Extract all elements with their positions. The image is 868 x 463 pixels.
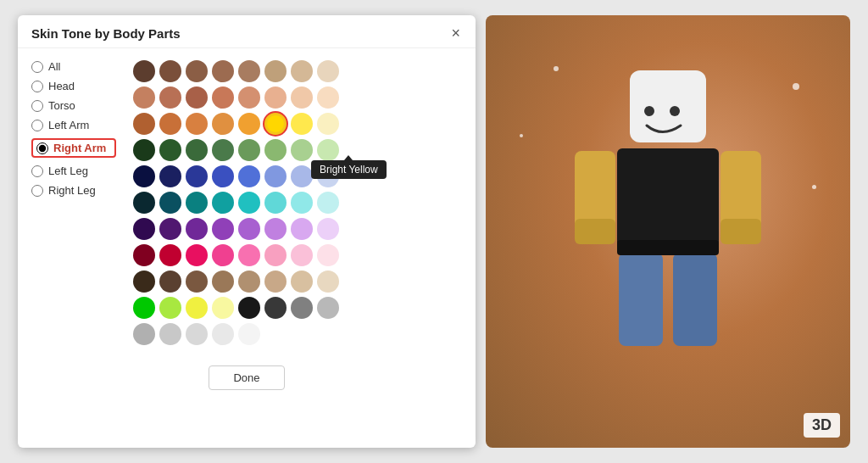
color-dot-4-7[interactable] <box>317 165 339 187</box>
color-dot-5-1[interactable] <box>159 192 181 214</box>
color-dot-9-5[interactable] <box>264 297 287 319</box>
color-dot-0-6[interactable] <box>291 60 313 82</box>
color-dot-1-7[interactable] <box>317 86 339 109</box>
color-dot-10-5[interactable] <box>264 323 287 345</box>
color-dot-10-2[interactable] <box>186 323 208 345</box>
color-dot-9-3[interactable] <box>212 297 234 319</box>
color-dot-3-6[interactable] <box>291 139 313 161</box>
color-dot-4-6[interactable] <box>291 165 313 187</box>
color-dot-2-0[interactable] <box>133 113 155 135</box>
radio-item-head[interactable]: Head <box>31 80 116 92</box>
color-dot-1-5[interactable] <box>264 86 287 109</box>
color-dot-6-6[interactable] <box>291 218 313 240</box>
color-dot-2-5[interactable] <box>264 113 287 135</box>
color-dot-8-6[interactable] <box>291 271 313 293</box>
color-dot-1-4[interactable] <box>238 86 260 109</box>
color-dot-7-7[interactable] <box>317 244 339 266</box>
color-dot-7-2[interactable] <box>186 244 208 266</box>
color-dot-1-2[interactable] <box>186 86 208 109</box>
color-dot-8-2[interactable] <box>186 271 208 293</box>
color-dot-8-5[interactable] <box>264 271 287 293</box>
color-dot-9-1[interactable] <box>159 297 181 319</box>
color-dot-3-4[interactable] <box>238 139 260 161</box>
radio-head[interactable] <box>31 81 43 92</box>
color-dot-6-2[interactable] <box>186 218 208 240</box>
radio-item-right_arm[interactable]: Right Arm <box>31 138 116 158</box>
color-dot-9-6[interactable] <box>291 297 313 319</box>
color-dot-6-7[interactable] <box>317 218 339 240</box>
color-dot-5-6[interactable] <box>291 192 313 214</box>
done-button[interactable]: Done <box>209 365 284 390</box>
color-dot-5-4[interactable] <box>238 192 260 214</box>
radio-left_arm[interactable] <box>31 120 43 131</box>
color-dot-4-4[interactable] <box>238 165 260 187</box>
color-dot-0-7[interactable] <box>317 60 339 82</box>
color-dot-6-5[interactable] <box>264 218 287 240</box>
color-dot-7-3[interactable] <box>212 244 234 266</box>
color-dot-4-5[interactable] <box>264 165 287 187</box>
color-dot-8-1[interactable] <box>159 271 181 293</box>
color-dot-8-0[interactable] <box>133 271 155 293</box>
color-dot-3-5[interactable] <box>264 139 287 161</box>
color-dot-7-6[interactable] <box>291 244 313 266</box>
color-dot-0-2[interactable] <box>186 60 208 82</box>
color-dot-2-6[interactable] <box>291 113 313 135</box>
color-dot-2-7[interactable] <box>317 113 339 135</box>
color-dot-10-3[interactable] <box>212 323 234 345</box>
radio-torso[interactable] <box>31 100 43 112</box>
color-dot-9-2[interactable] <box>186 297 208 319</box>
color-dot-4-2[interactable] <box>186 165 208 187</box>
radio-right_leg[interactable] <box>31 185 43 197</box>
color-dot-1-1[interactable] <box>159 86 181 109</box>
color-dot-2-3[interactable] <box>212 113 234 135</box>
color-dot-5-7[interactable] <box>317 192 339 214</box>
color-dot-8-7[interactable] <box>317 271 339 293</box>
close-button[interactable]: × <box>449 25 462 41</box>
color-dot-7-5[interactable] <box>264 244 287 266</box>
color-dot-2-4[interactable] <box>238 113 260 135</box>
radio-item-left_arm[interactable]: Left Arm <box>31 119 116 131</box>
color-dot-9-7[interactable] <box>317 297 339 319</box>
color-dot-1-3[interactable] <box>212 86 234 109</box>
radio-item-right_leg[interactable]: Right Leg <box>31 184 116 197</box>
color-dot-6-0[interactable] <box>133 218 155 240</box>
color-dot-4-3[interactable] <box>212 165 234 187</box>
color-dot-7-4[interactable] <box>238 244 260 266</box>
color-dot-5-5[interactable] <box>264 192 287 214</box>
color-dot-0-3[interactable] <box>212 60 234 82</box>
color-dot-3-7[interactable] <box>317 139 339 161</box>
color-dot-2-2[interactable] <box>186 113 208 135</box>
radio-item-torso[interactable]: Torso <box>31 99 116 112</box>
color-dot-9-4[interactable] <box>238 297 260 319</box>
color-dot-4-0[interactable] <box>133 165 155 187</box>
color-dot-0-4[interactable] <box>238 60 260 82</box>
color-dot-3-3[interactable] <box>212 139 234 161</box>
color-dot-1-6[interactable] <box>291 86 313 109</box>
color-dot-8-3[interactable] <box>212 271 234 293</box>
color-dot-10-1[interactable] <box>159 323 181 345</box>
color-dot-6-1[interactable] <box>159 218 181 240</box>
color-dot-0-0[interactable] <box>133 60 155 82</box>
radio-right_arm[interactable] <box>36 142 48 154</box>
color-dot-10-4[interactable] <box>238 323 260 345</box>
color-dot-0-5[interactable] <box>264 60 287 82</box>
radio-item-all[interactable]: All <box>31 60 116 73</box>
color-dot-5-0[interactable] <box>133 192 155 214</box>
radio-item-left_leg[interactable]: Left Leg <box>31 165 116 177</box>
color-dot-3-0[interactable] <box>133 139 155 161</box>
radio-left_leg[interactable] <box>31 165 43 177</box>
color-dot-10-0[interactable] <box>133 323 155 345</box>
color-dot-5-2[interactable] <box>186 192 208 214</box>
color-dot-5-3[interactable] <box>212 192 234 214</box>
color-dot-3-1[interactable] <box>159 139 181 161</box>
color-dot-4-1[interactable] <box>159 165 181 187</box>
radio-all[interactable] <box>31 61 43 73</box>
color-dot-8-4[interactable] <box>238 271 260 293</box>
color-dot-6-3[interactable] <box>212 218 234 240</box>
color-dot-9-0[interactable] <box>133 297 155 319</box>
color-dot-2-1[interactable] <box>159 113 181 135</box>
color-dot-0-1[interactable] <box>159 60 181 82</box>
color-dot-3-2[interactable] <box>186 139 208 161</box>
color-dot-6-4[interactable] <box>238 218 260 240</box>
color-dot-7-1[interactable] <box>159 244 181 266</box>
